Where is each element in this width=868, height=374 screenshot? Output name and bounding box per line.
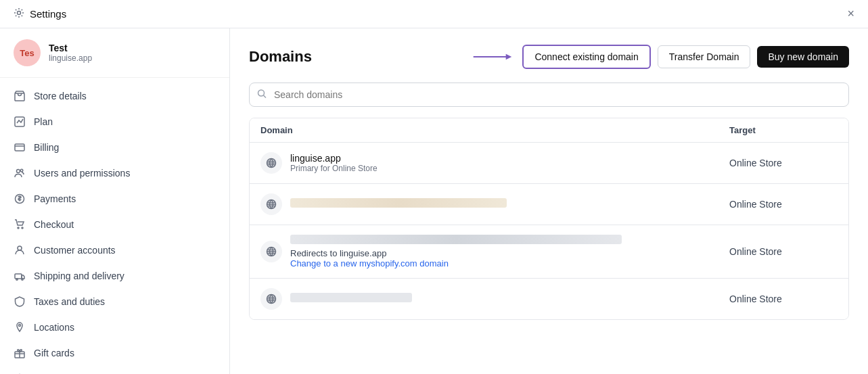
sidebar-item-checkout[interactable]: Checkout bbox=[0, 212, 229, 237]
table-row[interactable]: linguise.app Primary for Online Store On… bbox=[250, 143, 848, 184]
store-profile[interactable]: Tes Test linguise.app bbox=[0, 28, 229, 78]
checkout-icon bbox=[14, 218, 26, 231]
sidebar-item-locations[interactable]: Locations bbox=[0, 314, 229, 340]
blurred-domain-3 bbox=[290, 293, 412, 302]
svg-point-8 bbox=[22, 227, 23, 229]
domain-name: linguise.app bbox=[290, 153, 378, 164]
sidebar-label-customer-accounts: Customer accounts bbox=[34, 245, 116, 256]
page-header: Domains Connect existing domain Transfer… bbox=[249, 45, 849, 69]
domain-cell: linguise.app Primary for Online Store bbox=[260, 152, 729, 174]
globe-icon bbox=[260, 288, 282, 310]
users-icon bbox=[14, 167, 26, 179]
svg-point-18 bbox=[258, 90, 265, 96]
sidebar-item-taxes-duties[interactable]: Taxes and duties bbox=[0, 289, 229, 314]
domain-info-blurred2: Redirects to linguise.app Change to a ne… bbox=[290, 235, 622, 268]
search-input[interactable] bbox=[249, 83, 849, 107]
svg-point-13 bbox=[19, 325, 21, 327]
sidebar-label-billing: Billing bbox=[34, 142, 59, 153]
domain-link[interactable]: Change to a new myshopify.com domain bbox=[290, 258, 622, 268]
domain-info-blurred bbox=[290, 198, 507, 210]
buy-new-domain-button[interactable]: Buy new domain bbox=[757, 46, 849, 68]
main-content: Domains Connect existing domain Transfer… bbox=[230, 28, 868, 374]
taxes-icon bbox=[14, 296, 26, 308]
svg-point-7 bbox=[18, 227, 19, 229]
sidebar-item-shipping-delivery[interactable]: Shipping and delivery bbox=[0, 263, 229, 289]
arrow-annotation bbox=[472, 50, 513, 64]
svg-point-11 bbox=[16, 279, 18, 280]
search-container bbox=[249, 83, 849, 107]
table-row[interactable]: Online Store bbox=[250, 279, 848, 319]
svg-point-4 bbox=[17, 170, 20, 173]
svg-point-9 bbox=[18, 246, 22, 250]
table-header: Domain Target bbox=[250, 118, 848, 143]
sidebar-item-billing[interactable]: Billing bbox=[0, 135, 229, 160]
payments-icon bbox=[14, 193, 26, 205]
shipping-icon bbox=[14, 270, 26, 282]
target-cell: Online Store bbox=[729, 199, 838, 210]
app-header: Settings × bbox=[0, 0, 868, 28]
svg-point-5 bbox=[20, 169, 23, 172]
col-domain: Domain bbox=[260, 125, 729, 135]
sidebar-label-checkout: Checkout bbox=[34, 219, 74, 230]
svg-rect-1 bbox=[15, 93, 24, 101]
svg-point-0 bbox=[18, 11, 21, 14]
sidebar-label-plan: Plan bbox=[34, 116, 53, 127]
gear-icon bbox=[14, 7, 24, 21]
blurred-domain-2 bbox=[290, 235, 622, 244]
svg-rect-3 bbox=[15, 144, 24, 151]
search-icon bbox=[257, 89, 267, 101]
target-cell: Online Store bbox=[729, 246, 838, 257]
store-info: Test linguise.app bbox=[49, 43, 92, 63]
globe-icon bbox=[260, 241, 282, 262]
sidebar-label-payments: Payments bbox=[34, 193, 76, 204]
table-row[interactable]: Online Store bbox=[250, 184, 848, 225]
close-button[interactable]: × bbox=[847, 7, 854, 21]
nav-list: Store details Plan Bil bbox=[0, 78, 229, 374]
domain-cell bbox=[260, 288, 729, 310]
target-cell: Online Store bbox=[729, 294, 838, 304]
page-title: Domains bbox=[249, 48, 312, 66]
chart-icon bbox=[14, 116, 26, 128]
sidebar-item-plan[interactable]: Plan bbox=[0, 109, 229, 135]
sidebar-label-shipping-delivery: Shipping and delivery bbox=[34, 271, 124, 281]
sidebar-item-store-details[interactable]: Store details bbox=[0, 83, 229, 109]
blurred-domain bbox=[290, 198, 507, 208]
globe-icon bbox=[260, 193, 282, 215]
col-target: Target bbox=[729, 125, 838, 135]
sidebar-item-users-permissions[interactable]: Users and permissions bbox=[0, 160, 229, 186]
svg-rect-10 bbox=[15, 274, 22, 279]
store-name: Test bbox=[49, 43, 92, 53]
target-cell: Online Store bbox=[729, 158, 838, 168]
app-title: Settings bbox=[30, 8, 66, 20]
transfer-domain-button[interactable]: Transfer Domain bbox=[658, 45, 751, 68]
location-icon bbox=[14, 321, 26, 333]
connect-existing-domain-button[interactable]: Connect existing domain bbox=[522, 45, 650, 69]
domain-cell bbox=[260, 193, 729, 215]
billing-icon bbox=[14, 141, 26, 154]
sidebar-item-gift-cards[interactable]: Gift cards bbox=[0, 340, 229, 366]
sidebar-label-gift-cards: Gift cards bbox=[34, 348, 74, 358]
svg-marker-17 bbox=[506, 54, 512, 60]
domain-info-blurred3 bbox=[290, 293, 412, 305]
sidebar-label-users-permissions: Users and permissions bbox=[34, 168, 130, 179]
sidebar-item-markets[interactable]: Markets bbox=[0, 366, 229, 374]
domains-table: Domain Target linguise.app Primar bbox=[249, 118, 849, 320]
domain-cell: Redirects to linguise.app Change to a ne… bbox=[260, 235, 729, 268]
header-left: Settings bbox=[14, 7, 66, 21]
avatar: Tes bbox=[14, 39, 41, 66]
main-layout: Tes Test linguise.app Store details bbox=[0, 28, 868, 374]
table-row[interactable]: Redirects to linguise.app Change to a ne… bbox=[250, 225, 848, 279]
svg-point-12 bbox=[22, 279, 23, 280]
sidebar-item-customer-accounts[interactable]: Customer accounts bbox=[0, 237, 229, 263]
sidebar-label-store-details: Store details bbox=[34, 91, 87, 101]
header-actions: Connect existing domain Transfer Domain … bbox=[472, 45, 849, 69]
sidebar-item-payments[interactable]: Payments bbox=[0, 186, 229, 212]
domain-redirect: Redirects to linguise.app bbox=[290, 248, 622, 258]
customer-icon bbox=[14, 244, 26, 256]
store-url: linguise.app bbox=[49, 53, 92, 63]
sidebar: Tes Test linguise.app Store details bbox=[0, 28, 230, 374]
store-icon bbox=[14, 90, 26, 102]
domain-info: linguise.app Primary for Online Store bbox=[290, 153, 378, 173]
domain-sub: Primary for Online Store bbox=[290, 164, 378, 173]
gift-icon bbox=[14, 347, 26, 359]
